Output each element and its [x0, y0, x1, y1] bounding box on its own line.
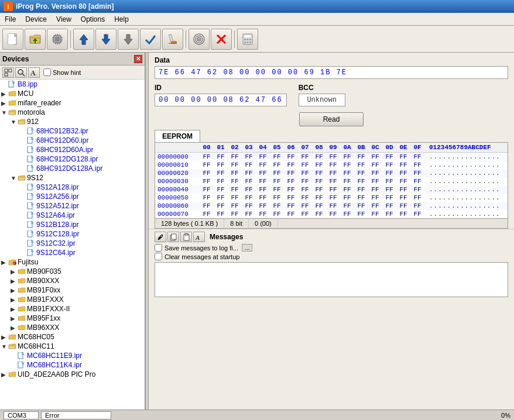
menu-file[interactable]: File: [0, 14, 20, 24]
hex-byte[interactable]: FF: [326, 170, 340, 177]
hex-byte[interactable]: FF: [284, 194, 298, 201]
upload-button[interactable]: [73, 29, 94, 50]
tree-node-mc68hc05[interactable]: ▶MC68HC05: [0, 332, 145, 342]
hex-byte[interactable]: FF: [200, 161, 214, 168]
hex-byte[interactable]: FF: [326, 186, 340, 193]
hex-byte[interactable]: FF: [368, 211, 382, 218]
tree-node-mc68hc11e9[interactable]: MC68HC11E9.ipr: [0, 351, 145, 360]
tab-eeprom[interactable]: EEPROM: [155, 130, 200, 142]
hex-row[interactable]: 00000070FFFFFFFFFFFFFFFFFFFFFFFFFFFFFFFF…: [155, 210, 508, 218]
hex-byte[interactable]: FF: [256, 194, 270, 201]
download-button[interactable]: [95, 29, 116, 50]
devices-text-btn[interactable]: A: [28, 67, 40, 78]
hex-byte[interactable]: FF: [298, 170, 312, 177]
hex-byte[interactable]: FF: [326, 153, 340, 160]
tree-node-9s12a256[interactable]: 9S12A256.ipr: [0, 192, 145, 201]
hex-byte[interactable]: FF: [200, 202, 214, 209]
hex-byte[interactable]: FF: [368, 178, 382, 185]
hex-byte[interactable]: FF: [256, 161, 270, 168]
tree-node-9s12c64[interactable]: 9S12C64.ipr: [0, 248, 145, 257]
hex-byte[interactable]: FF: [256, 178, 270, 185]
read-button[interactable]: Read: [299, 112, 364, 126]
hex-byte[interactable]: FF: [214, 186, 228, 193]
hex-byte[interactable]: FF: [396, 186, 410, 193]
hex-byte[interactable]: FF: [396, 211, 410, 218]
hex-byte[interactable]: FF: [270, 186, 284, 193]
tree-node-68hc912d60[interactable]: 68HC912D60.ipr: [0, 136, 145, 145]
erase-button[interactable]: [162, 29, 183, 50]
hex-byte[interactable]: FF: [340, 202, 354, 209]
hex-byte[interactable]: FF: [284, 161, 298, 168]
tree-node-b8ipp[interactable]: B8.ipp: [0, 80, 145, 89]
hex-byte[interactable]: FF: [298, 202, 312, 209]
hex-byte[interactable]: FF: [340, 161, 354, 168]
hex-byte[interactable]: FF: [368, 194, 382, 201]
hex-byte[interactable]: FF: [410, 178, 424, 185]
hex-byte[interactable]: FF: [312, 211, 326, 218]
tree-node-9s12a128[interactable]: 9S12A128.ipr: [0, 183, 145, 192]
tree-node-mc68hc11[interactable]: ▼MC68HC11: [0, 342, 145, 351]
hex-byte[interactable]: FF: [214, 202, 228, 209]
hex-byte[interactable]: FF: [382, 211, 396, 218]
hex-byte[interactable]: FF: [214, 211, 228, 218]
hex-byte[interactable]: FF: [382, 161, 396, 168]
hex-byte[interactable]: FF: [368, 161, 382, 168]
hex-byte[interactable]: FF: [382, 194, 396, 201]
target-button[interactable]: [189, 29, 210, 50]
browse-log-button[interactable]: ...: [242, 244, 252, 252]
hex-byte[interactable]: FF: [242, 170, 256, 177]
hex-byte[interactable]: FF: [410, 186, 424, 193]
tree-node-mb91fxxx_ii[interactable]: ▶MB91FXXX-II: [0, 304, 145, 314]
hex-row[interactable]: 00000040FFFFFFFFFFFFFFFFFFFFFFFFFFFFFFFF…: [155, 185, 508, 194]
hex-byte[interactable]: FF: [298, 194, 312, 201]
hex-byte[interactable]: FF: [214, 170, 228, 177]
devices-collapse-btn[interactable]: [2, 67, 14, 78]
hex-byte[interactable]: FF: [200, 186, 214, 193]
hex-byte[interactable]: FF: [340, 211, 354, 218]
hex-byte[interactable]: FF: [214, 153, 228, 160]
hex-byte[interactable]: FF: [382, 153, 396, 160]
hex-byte[interactable]: FF: [410, 202, 424, 209]
devices-close-button[interactable]: ✕: [134, 55, 142, 63]
hex-byte[interactable]: FF: [312, 186, 326, 193]
tree-node-mb90xxx[interactable]: ▶MB90XXX: [0, 276, 145, 285]
tree-node-9s12b128[interactable]: 9S12B128.ipr: [0, 220, 145, 229]
hex-byte[interactable]: FF: [228, 202, 242, 209]
hex-byte[interactable]: FF: [284, 153, 298, 160]
messages-paste-btn[interactable]: [180, 232, 192, 242]
tree-node-68hc912dg128[interactable]: 68HC912DG128.ipr: [0, 154, 145, 164]
hex-byte[interactable]: FF: [354, 170, 368, 177]
hex-byte[interactable]: FF: [214, 194, 228, 201]
calc-button[interactable]: [237, 29, 258, 50]
hex-byte[interactable]: FF: [200, 211, 214, 218]
hex-byte[interactable]: FF: [368, 202, 382, 209]
hex-byte[interactable]: FF: [410, 194, 424, 201]
device-tree[interactable]: B8.ipp▶MCU▶mifare_reader▼motorola▼91268H…: [0, 80, 145, 409]
stop-button[interactable]: [211, 29, 232, 50]
tree-node-68hc912b32[interactable]: 68HC912B32.ipr: [0, 126, 145, 136]
messages-copy-btn[interactable]: [167, 232, 179, 242]
hex-byte[interactable]: FF: [312, 178, 326, 185]
tree-node-mb90f035[interactable]: ▶MB90F035: [0, 267, 145, 276]
tree-node-mifare_reader[interactable]: ▶mifare_reader: [0, 98, 145, 108]
tree-node-9s12a512[interactable]: 9S12A512.ipr: [0, 201, 145, 211]
hex-byte[interactable]: FF: [396, 170, 410, 177]
tree-node-mb91f0xx[interactable]: ▶MB91F0xx: [0, 285, 145, 295]
hex-row[interactable]: 00000060FFFFFFFFFFFFFFFFFFFFFFFFFFFFFFFF…: [155, 202, 508, 210]
hex-byte[interactable]: FF: [354, 153, 368, 160]
hex-byte[interactable]: FF: [396, 161, 410, 168]
hex-grid[interactable]: 00 01 02 03 04 05 06 07 08 09 0A 0B 0C 0…: [155, 142, 508, 219]
hex-byte[interactable]: FF: [228, 211, 242, 218]
hex-row[interactable]: 00000020FFFFFFFFFFFFFFFFFFFFFFFFFFFFFFFF…: [155, 169, 508, 177]
chip-button[interactable]: [47, 29, 68, 50]
hex-byte[interactable]: FF: [354, 161, 368, 168]
hex-byte[interactable]: FF: [242, 153, 256, 160]
hex-byte[interactable]: FF: [326, 178, 340, 185]
hex-byte[interactable]: FF: [312, 194, 326, 201]
tree-node-912[interactable]: ▼912: [0, 117, 145, 126]
hex-byte[interactable]: FF: [200, 153, 214, 160]
menu-options[interactable]: Options: [76, 14, 109, 24]
hex-byte[interactable]: FF: [396, 202, 410, 209]
hex-byte[interactable]: FF: [298, 211, 312, 218]
hex-byte[interactable]: FF: [256, 202, 270, 209]
